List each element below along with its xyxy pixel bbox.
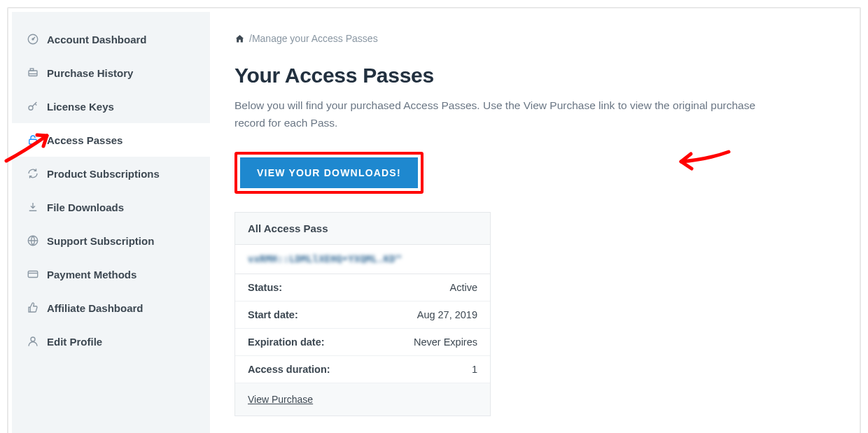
- view-purchase-link[interactable]: View Purchase: [248, 394, 313, 405]
- detail-key: Start date:: [248, 309, 298, 320]
- view-downloads-button[interactable]: VIEW YOUR DOWNLOADS!: [240, 157, 418, 188]
- detail-key: Access duration:: [248, 364, 330, 375]
- detail-value: Active: [450, 282, 478, 293]
- sidebar-item-label: Payment Methods: [47, 269, 136, 281]
- sidebar-item-label: Purchase History: [47, 67, 133, 79]
- sidebar-item-label: Product Subscriptions: [47, 168, 160, 180]
- card-redacted-row: vxRMH::LDMLlXEHQ•YXQML.KD™: [235, 245, 490, 274]
- breadcrumb: / Manage your Access Passes: [234, 33, 832, 44]
- svg-rect-3: [30, 69, 34, 71]
- svg-rect-7: [28, 271, 38, 278]
- sidebar-item-file-downloads[interactable]: File Downloads: [12, 190, 210, 224]
- detail-key: Expiration date:: [248, 336, 325, 348]
- download-icon: [26, 200, 40, 214]
- home-icon[interactable]: [234, 34, 245, 44]
- detail-value: Aug 27, 2019: [417, 309, 477, 320]
- sidebar-item-edit-profile[interactable]: Edit Profile: [12, 325, 210, 358]
- globe-icon: [26, 234, 40, 248]
- sidebar-item-label: Access Passes: [47, 134, 122, 146]
- page-title: Your Access Passes: [234, 64, 832, 87]
- refresh-icon: [26, 166, 40, 180]
- card-icon: [26, 267, 40, 281]
- dashboard-icon: [26, 32, 40, 46]
- thumbs-up-icon: [26, 301, 40, 315]
- sidebar-item-label: Edit Profile: [47, 336, 102, 348]
- detail-key: Status:: [248, 282, 282, 293]
- sidebar-item-label: Support Subscription: [47, 235, 154, 247]
- svg-point-8: [31, 337, 35, 341]
- sidebar-item-affiliate-dashboard[interactable]: Affiliate Dashboard: [12, 291, 210, 325]
- annotation-highlight-box: VIEW YOUR DOWNLOADS!: [234, 152, 424, 194]
- detail-row-status: Status: Active: [235, 274, 490, 301]
- detail-row-start-date: Start date: Aug 27, 2019: [235, 301, 490, 329]
- cash-register-icon: [26, 66, 40, 80]
- detail-row-expiration: Expiration date: Never Expires: [235, 329, 490, 356]
- user-icon: [26, 334, 40, 348]
- sidebar-item-product-subscriptions[interactable]: Product Subscriptions: [12, 157, 210, 190]
- svg-rect-5: [29, 139, 37, 144]
- annotation-arrow-right: [668, 142, 732, 177]
- sidebar-item-label: Affiliate Dashboard: [47, 302, 144, 314]
- sidebar-item-label: File Downloads: [47, 201, 124, 213]
- sidebar-item-payment-methods[interactable]: Payment Methods: [12, 257, 210, 291]
- card-footer: View Purchase: [235, 383, 490, 416]
- page-description: Below you will find your purchased Acces…: [234, 97, 766, 132]
- svg-point-4: [29, 106, 33, 110]
- redacted-text: vxRMH::LDMLlXEHQ•YXQML.KD™: [235, 245, 490, 273]
- detail-value: Never Expires: [414, 336, 477, 348]
- card-title: All Access Pass: [235, 213, 490, 245]
- detail-value: 1: [472, 364, 477, 375]
- breadcrumb-current: Manage your Access Passes: [252, 33, 378, 44]
- sidebar-item-label: Account Dashboard: [47, 34, 147, 45]
- key-icon: [26, 99, 40, 113]
- sidebar-item-account-dashboard[interactable]: Account Dashboard: [12, 22, 210, 56]
- svg-rect-2: [29, 71, 37, 76]
- sidebar-item-license-keys[interactable]: License Keys: [12, 90, 210, 123]
- sidebar-item-purchase-history[interactable]: Purchase History: [12, 56, 210, 90]
- main-content: / Manage your Access Passes Your Access …: [210, 12, 856, 433]
- sidebar: Account Dashboard Purchase History Licen…: [12, 12, 210, 433]
- unlock-icon: [26, 133, 40, 147]
- sidebar-item-access-passes[interactable]: Access Passes: [12, 123, 210, 157]
- access-pass-card: All Access Pass vxRMH::LDMLlXEHQ•YXQML.K…: [234, 212, 491, 416]
- svg-point-1: [32, 38, 34, 40]
- sidebar-item-support-subscription[interactable]: Support Subscription: [12, 224, 210, 257]
- detail-row-duration: Access duration: 1: [235, 356, 490, 383]
- sidebar-item-label: License Keys: [47, 101, 114, 113]
